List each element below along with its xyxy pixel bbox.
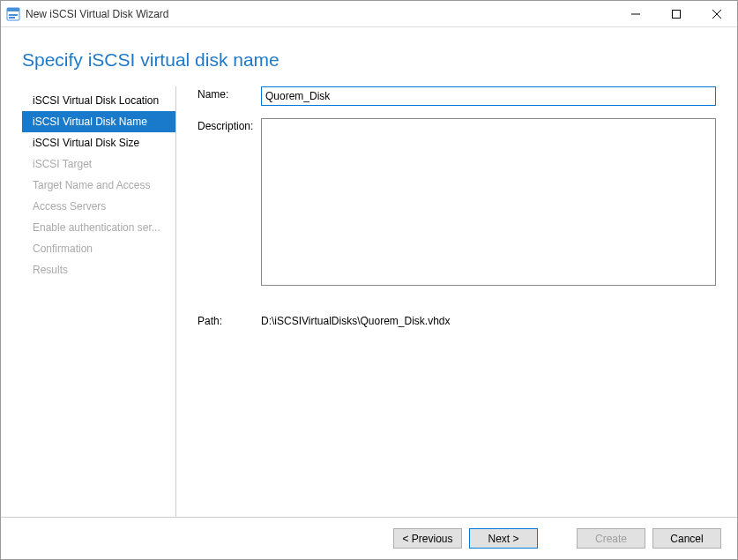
form-area: Name: Description: Path: D:\iSCSIVirtual… [176, 86, 716, 517]
name-label: Name: [198, 86, 261, 106]
svg-rect-1 [7, 8, 19, 11]
description-row: Description: [198, 118, 716, 288]
svg-rect-2 [9, 14, 18, 16]
step-disk-location[interactable]: iSCSI Virtual Disk Location [22, 90, 175, 111]
window-controls [615, 1, 737, 26]
close-button[interactable] [697, 1, 737, 26]
step-target-name: Target Name and Access [22, 175, 175, 196]
previous-button[interactable]: < Previous [393, 528, 462, 549]
step-authentication: Enable authentication ser... [22, 217, 175, 238]
content-area: iSCSI Virtual Disk Location iSCSI Virtua… [1, 86, 737, 517]
button-bar: < Previous Next > Create Cancel [1, 517, 737, 559]
name-input[interactable] [261, 86, 716, 106]
app-icon [6, 7, 20, 21]
wizard-steps: iSCSI Virtual Disk Location iSCSI Virtua… [22, 86, 176, 517]
minimize-button[interactable] [615, 1, 656, 26]
path-label: Path: [198, 313, 261, 327]
titlebar: New iSCSI Virtual Disk Wizard [1, 1, 737, 27]
create-button: Create [577, 528, 645, 549]
step-confirmation: Confirmation [22, 238, 175, 259]
next-button[interactable]: Next > [469, 528, 538, 549]
step-disk-size[interactable]: iSCSI Virtual Disk Size [22, 132, 175, 153]
path-value: D:\iSCSIVirtualDisks\Quorem_Disk.vhdx [261, 313, 716, 327]
name-row: Name: [198, 86, 716, 106]
maximize-button[interactable] [656, 1, 697, 26]
step-disk-name[interactable]: iSCSI Virtual Disk Name [22, 111, 175, 132]
step-iscsi-target: iSCSI Target [22, 153, 175, 175]
step-results: Results [22, 259, 175, 280]
svg-rect-3 [9, 17, 15, 19]
page-heading: Specify iSCSI virtual disk name [1, 27, 737, 86]
cancel-button[interactable]: Cancel [652, 528, 721, 549]
path-row: Path: D:\iSCSIVirtualDisks\Quorem_Disk.v… [198, 313, 716, 327]
svg-rect-5 [673, 10, 681, 18]
description-input[interactable] [261, 118, 716, 286]
description-label: Description: [198, 118, 261, 288]
step-access-servers: Access Servers [22, 196, 175, 217]
window-title: New iSCSI Virtual Disk Wizard [26, 8, 615, 20]
